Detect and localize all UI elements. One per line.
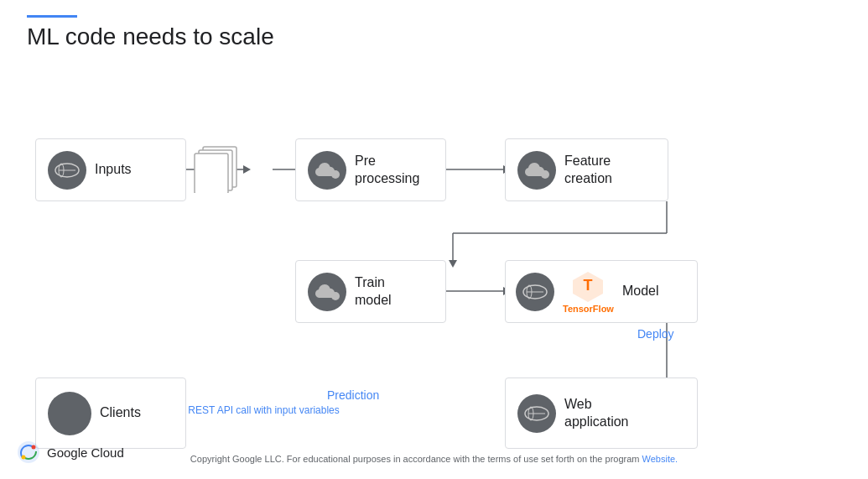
train-box: Train model — [295, 260, 446, 323]
svg-point-25 — [331, 292, 340, 300]
prediction-label: Prediction — [327, 388, 379, 402]
webapp-icon — [517, 394, 556, 433]
train-label: Train model — [355, 274, 392, 310]
train-icon — [308, 273, 346, 311]
svg-text:T: T — [584, 277, 593, 294]
tensorflow-label: TensorFlow — [563, 304, 614, 314]
feature-label: Feature creation — [564, 153, 612, 188]
tensorflow-logo: T TensorFlow — [563, 270, 614, 314]
svg-rect-19 — [195, 154, 228, 193]
preprocessing-box: Pre processing — [295, 138, 446, 201]
clients-box: Clients — [35, 377, 186, 449]
accent-bar — [27, 15, 77, 18]
clients-icon — [48, 392, 91, 435]
rest-api-label: REST API call with input variables — [186, 403, 341, 418]
copyright-text: Copyright Google LLC. For educational pu… — [0, 454, 868, 464]
preprocessing-icon — [308, 151, 346, 190]
deploy-label: Deploy — [637, 327, 674, 341]
inputs-box: Inputs — [35, 138, 186, 201]
webapp-box: Web application — [505, 377, 698, 449]
feature-box: Feature creation — [505, 138, 668, 201]
svg-point-24 — [541, 170, 549, 179]
pages-icon — [190, 143, 245, 193]
model-cylinder-icon — [516, 273, 554, 311]
website-link[interactable]: Website. — [642, 454, 678, 464]
page-title: ML code needs to scale — [27, 23, 274, 50]
svg-point-35 — [32, 445, 36, 450]
preprocessing-label: Pre processing — [355, 153, 419, 188]
webapp-label: Web application — [564, 396, 629, 431]
clients-label: Clients — [100, 404, 141, 422]
svg-point-23 — [331, 170, 340, 179]
model-box: T TensorFlow Model — [505, 260, 698, 323]
inputs-icon — [48, 151, 86, 190]
model-label: Model — [622, 283, 659, 300]
diagram-container: Inputs Pre processing Feature creation — [27, 80, 840, 407]
feature-icon — [517, 151, 556, 190]
inputs-label: Inputs — [95, 161, 132, 179]
